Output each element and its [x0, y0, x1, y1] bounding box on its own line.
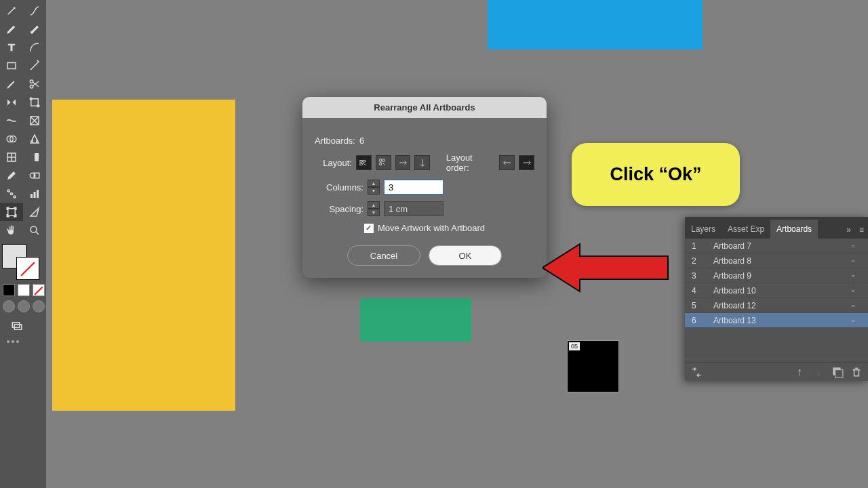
hand-icon[interactable] — [0, 221, 23, 239]
artboard-options-icon: ▫ — [852, 316, 868, 325]
ok-button[interactable]: OK — [429, 245, 502, 266]
list-item[interactable]: 2Artboard 8▫ — [685, 253, 868, 268]
brush-icon[interactable] — [23, 20, 46, 38]
move-up-icon[interactable]: ↑ — [793, 366, 806, 378]
svg-rect-20 — [8, 208, 16, 216]
move-down-icon[interactable]: ↓ — [812, 366, 825, 378]
pencil-icon[interactable] — [0, 75, 23, 93]
list-item[interactable]: 5Artboard 12▫ — [685, 298, 868, 313]
list-item[interactable]: 6Artboard 13▫ — [685, 313, 868, 328]
curvature-icon[interactable] — [23, 1, 46, 20]
width-icon[interactable] — [0, 111, 23, 129]
wand-icon[interactable] — [0, 1, 23, 20]
pen-icon[interactable] — [0, 20, 23, 38]
rectangle-icon[interactable] — [0, 56, 23, 75]
rearrange-dialog: Rearrange All Artboards Artboards: 6 Lay… — [302, 97, 547, 278]
svg-point-4 — [30, 98, 32, 100]
svg-marker-24 — [542, 244, 668, 291]
layout-label: Layout: — [315, 158, 352, 168]
artboard-black[interactable]: 05 — [567, 340, 619, 392]
artboard-options-icon: ▫ — [852, 301, 868, 310]
reflect-icon[interactable] — [0, 93, 23, 111]
artboard-green[interactable] — [360, 298, 471, 342]
new-artboard-icon[interactable] — [831, 366, 844, 378]
artboards-label: Artboards: — [315, 136, 355, 146]
artboard-yellow[interactable] — [52, 100, 235, 411]
artboard-icon[interactable] — [0, 203, 23, 221]
screen-toggle-icon[interactable] — [5, 317, 28, 335]
svg-rect-19 — [37, 190, 39, 198]
type-icon[interactable] — [0, 38, 23, 56]
draw-mode[interactable] — [0, 284, 46, 296]
puppet-icon[interactable] — [23, 111, 46, 129]
move-artwork-label: Move Artwork with Artboard — [378, 223, 485, 233]
graph-icon[interactable] — [23, 184, 46, 203]
columns-label: Columns: — [315, 182, 363, 192]
order-ltr-icon[interactable] — [499, 155, 515, 170]
eyedropper-icon[interactable] — [0, 166, 23, 184]
spacing-stepper[interactable]: ▲▼ — [368, 201, 380, 216]
panel-menu-icon[interactable]: ≡ — [855, 221, 868, 239]
order-rtl-icon[interactable] — [519, 155, 534, 170]
symbol-icon[interactable] — [0, 184, 23, 203]
more-tools-icon[interactable] — [7, 340, 46, 343]
svg-rect-11 — [31, 153, 35, 161]
artboard-options-icon: ▫ — [852, 256, 868, 266]
perspective-icon[interactable] — [23, 129, 46, 148]
callout-text: Click “Ok” — [610, 164, 701, 185]
dialog-title: Rearrange All Artboards — [302, 97, 547, 118]
svg-point-2 — [30, 85, 33, 88]
tab-layers[interactable]: Layers — [685, 220, 722, 239]
artboards-panel: Layers Asset Exp Artboards » ≡ 1Artboard… — [685, 217, 868, 381]
svg-point-21 — [31, 226, 37, 232]
cancel-button[interactable]: Cancel — [347, 245, 420, 266]
toolbar — [0, 0, 46, 488]
fill-stroke-swatches[interactable] — [0, 245, 46, 283]
spacing-input[interactable] — [384, 201, 443, 216]
artboards-count: 6 — [359, 136, 364, 146]
shape-builder-icon[interactable] — [0, 129, 23, 148]
order-label: Layout order: — [446, 152, 496, 173]
slice-icon[interactable] — [23, 203, 46, 221]
artboard-number-label: 05 — [569, 342, 580, 350]
delete-icon[interactable] — [850, 366, 863, 378]
artboard-blue[interactable] — [488, 0, 703, 49]
svg-rect-17 — [31, 194, 33, 198]
layout-grid-col-icon[interactable] — [376, 155, 391, 170]
artboard-options-icon: ▫ — [852, 271, 868, 281]
zoom-icon[interactable] — [23, 221, 46, 239]
spacing-label: Spacing: — [315, 204, 363, 214]
artboard-list: 1Artboard 7▫ 2Artboard 8▫ 3Artboard 9▫ 4… — [685, 239, 868, 328]
layout-col-icon[interactable] — [414, 155, 430, 170]
artboard-options-icon: ▫ — [852, 241, 868, 251]
svg-rect-18 — [34, 192, 36, 198]
svg-rect-0 — [7, 62, 16, 68]
mesh-icon[interactable] — [0, 148, 23, 166]
svg-point-16 — [14, 196, 16, 198]
layout-row-icon[interactable] — [395, 155, 411, 170]
columns-stepper[interactable]: ▲▼ — [368, 180, 380, 195]
callout-bubble: Click “Ok” — [572, 143, 740, 206]
rearrange-icon[interactable] — [690, 366, 703, 378]
layout-grid-row-icon[interactable] — [356, 155, 372, 170]
tab-artboards[interactable]: Artboards — [770, 220, 818, 239]
svg-point-15 — [7, 190, 9, 192]
list-item[interactable]: 1Artboard 7▫ — [685, 239, 868, 253]
panel-collapse-icon[interactable]: » — [842, 221, 855, 239]
tab-asset-export[interactable]: Asset Exp — [722, 220, 770, 239]
scissors-icon[interactable] — [23, 75, 46, 93]
svg-point-5 — [37, 104, 39, 106]
move-artwork-checkbox[interactable] — [364, 224, 374, 233]
screen-mode[interactable] — [0, 300, 46, 312]
arc-icon[interactable] — [23, 38, 46, 56]
free-transform-icon[interactable] — [23, 93, 46, 111]
list-item[interactable]: 4Artboard 10▫ — [685, 283, 868, 298]
paintbrush-icon[interactable] — [23, 56, 46, 75]
svg-point-1 — [30, 80, 33, 83]
blend-icon[interactable] — [23, 166, 46, 184]
columns-input[interactable] — [384, 180, 443, 195]
svg-point-14 — [11, 192, 13, 195]
list-item[interactable]: 3Artboard 9▫ — [685, 268, 868, 283]
annotation-arrow-icon — [542, 237, 671, 298]
gradient-icon[interactable] — [23, 148, 46, 166]
